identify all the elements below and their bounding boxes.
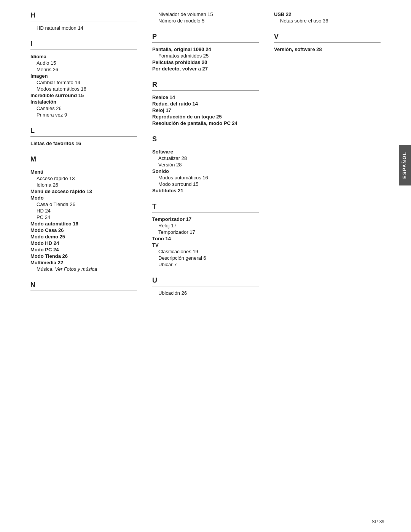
index-entry: Audio 15 xyxy=(30,60,137,66)
index-entry: Por defecto, volver a 27 xyxy=(152,66,259,72)
section-0-2: LListas de favoritos 16 xyxy=(30,127,137,146)
index-entry: Software xyxy=(152,149,259,155)
section-letter: M xyxy=(30,155,137,163)
index-entry: TV xyxy=(152,242,259,248)
section-divider xyxy=(30,21,137,21)
index-entry: Temporizador 17 xyxy=(152,229,259,235)
section-0-0: HHD natural motion 14 xyxy=(30,11,137,31)
section-divider xyxy=(152,90,259,91)
index-entry: Música. Ver Fotos y música xyxy=(30,266,137,272)
index-entry: Modo xyxy=(30,195,137,201)
index-entry: Nivelador de volumen 15 xyxy=(152,11,259,17)
section-divider xyxy=(30,50,137,50)
section-letter: R xyxy=(152,81,259,89)
section-divider xyxy=(152,212,259,212)
index-entry: Actualizar 28 xyxy=(152,155,259,161)
index-entry: HD natural motion 14 xyxy=(30,25,137,31)
index-entry: Multimedia 22 xyxy=(30,260,137,265)
index-entry: Resolución de pantalla, modo PC 24 xyxy=(152,120,259,126)
section-divider xyxy=(30,165,137,165)
index-entry: Menú de acceso rápido 13 xyxy=(30,189,137,194)
section-1-3: SSoftwareActualizar 28Versión 28SonidoMo… xyxy=(152,135,259,193)
page-content: HHD natural motion 14IIdiomaAudio 15Menú… xyxy=(0,0,411,328)
section-divider xyxy=(30,136,137,137)
column-1: Nivelador de volumen 15Número de modelo … xyxy=(145,11,266,305)
index-entry: Reloj 17 xyxy=(152,223,259,228)
index-entry: Pantalla, original 1080 24 xyxy=(152,46,259,52)
index-entry: Reduc. del ruido 14 xyxy=(152,101,259,107)
section-divider xyxy=(152,286,259,286)
index-entry: Instalación xyxy=(30,99,137,105)
index-entry: Temporizador 17 xyxy=(152,216,259,222)
section-0-1: IIdiomaAudio 15Menús 26ImagenCambiar for… xyxy=(30,40,137,118)
index-entry: Películas prohibidas 20 xyxy=(152,59,259,65)
index-entry: Canales 26 xyxy=(30,105,137,111)
index-entry: Clasificaciones 19 xyxy=(152,249,259,254)
index-entry: Modo Casa 26 xyxy=(30,227,137,233)
section-0-3: MMenúAcceso rápido 13Idioma 26Menú de ac… xyxy=(30,155,137,272)
section-letter: H xyxy=(30,11,137,19)
section-letter: V xyxy=(274,33,381,41)
index-entry: Incredible surround 15 xyxy=(30,93,137,98)
index-entry: Subtítulos 21 xyxy=(152,188,259,193)
section-letter: P xyxy=(152,33,259,41)
index-entry: Descripción general 6 xyxy=(152,255,259,261)
column-0: HHD natural motion 14IIdiomaAudio 15Menú… xyxy=(23,11,145,305)
index-entry: Número de modelo 5 xyxy=(152,18,259,24)
index-entry: USB 22 xyxy=(274,11,381,17)
index-entry: Modo Tienda 26 xyxy=(30,253,137,259)
section-1-5: UUbicación 26 xyxy=(152,276,259,296)
index-entry: Sonido xyxy=(152,168,259,174)
index-entry: Tono 14 xyxy=(152,236,259,241)
section-letter: I xyxy=(30,40,137,48)
page-number: SP-39 xyxy=(372,519,384,524)
index-entry: HD 24 xyxy=(30,208,137,214)
section-2-1: VVersión, software 28 xyxy=(274,33,381,52)
index-entry: Modo automático 16 xyxy=(30,221,137,227)
section-0-4: N xyxy=(30,281,137,291)
section-letter: N xyxy=(30,281,137,289)
index-entry: Notas sobre el uso 36 xyxy=(274,18,381,24)
section-1-0: Nivelador de volumen 15Número de modelo … xyxy=(152,11,259,24)
index-entry: Modo surround 15 xyxy=(152,181,259,187)
index-entry: Modo demo 25 xyxy=(30,234,137,240)
index-entry: Idioma 26 xyxy=(30,182,137,188)
index-entry: Realce 14 xyxy=(152,94,259,100)
index-entry: Listas de favoritos 16 xyxy=(30,141,137,146)
section-1-4: TTemporizador 17Reloj 17Temporizador 17T… xyxy=(152,203,259,267)
index-entry: Modo PC 24 xyxy=(30,247,137,252)
section-letter: L xyxy=(30,127,137,135)
index-entry: Modos automáticos 16 xyxy=(152,175,259,181)
index-entry: Formatos admitidos 25 xyxy=(152,53,259,59)
section-letter: T xyxy=(152,203,259,211)
index-entry: PC 24 xyxy=(30,214,137,220)
index-entry: Modos automáticos 16 xyxy=(30,86,137,92)
index-entry: Versión 28 xyxy=(152,162,259,168)
section-divider xyxy=(30,291,137,291)
index-entry: Modo HD 24 xyxy=(30,240,137,246)
index-entry: Imagen xyxy=(30,73,137,79)
index-entry: Cambiar formato 14 xyxy=(30,80,137,85)
section-letter: S xyxy=(152,135,259,143)
index-entry: Ubicar 7 xyxy=(152,262,259,267)
index-entry: Ubicación 26 xyxy=(152,290,259,296)
index-entry: Menú xyxy=(30,169,137,175)
index-entry: Casa o Tienda 26 xyxy=(30,201,137,207)
index-entry: Reproducción de un toque 25 xyxy=(152,114,259,120)
index-entry: Menús 26 xyxy=(30,67,137,72)
side-tab: ESPAÑOL xyxy=(399,145,411,185)
index-entry: Reloj 17 xyxy=(152,107,259,113)
section-letter: U xyxy=(152,276,259,284)
section-divider xyxy=(274,42,381,43)
index-entry: Idioma xyxy=(30,54,137,59)
index-entry: Primera vez 9 xyxy=(30,112,137,118)
section-1-2: RRealce 14Reduc. del ruido 14Reloj 17Rep… xyxy=(152,81,259,126)
column-2: USB 22Notas sobre el uso 36VVersión, sof… xyxy=(266,11,388,305)
index-entry: Versión, software 28 xyxy=(274,46,381,52)
section-2-0: USB 22Notas sobre el uso 36 xyxy=(274,11,381,24)
section-1-1: PPantalla, original 1080 24Formatos admi… xyxy=(152,33,259,72)
index-entry: Acceso rápido 13 xyxy=(30,176,137,181)
section-divider xyxy=(152,42,259,43)
section-divider xyxy=(152,145,259,145)
